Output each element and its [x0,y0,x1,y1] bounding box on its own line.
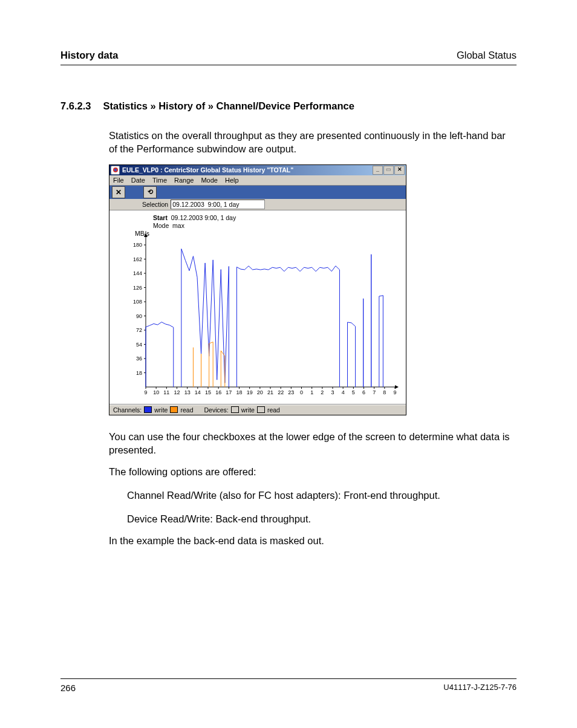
paragraph-checkboxes: You can use the four checkboxes at the l… [109,430,517,457]
chart-info: Start 09.12.2003 9:00, 1 day Mode max [153,214,400,230]
legend-devices-write-checkbox[interactable] [231,406,239,413]
section-heading: 7.6.2.3 Statistics » History of » Channe… [60,100,517,112]
toolbar-close-button[interactable]: ✕ [112,186,125,198]
selection-label: Selection [112,201,168,208]
svg-text:180: 180 [133,242,142,248]
svg-text:8: 8 [383,389,386,395]
svg-text:4: 4 [342,389,345,395]
window-minimize-button[interactable]: _ [373,166,383,175]
intro-paragraph: Statistics on the overall throughput as … [109,129,517,156]
legend-devices-label: Devices: [204,406,228,414]
mode-value: max [172,222,184,229]
app-window: EULE_VLP0 : CentricStor Global Status Hi… [109,164,406,415]
svg-text:12: 12 [174,389,180,395]
toolbar-refresh-button[interactable]: ⟲ [143,186,157,198]
legend-read-label-2: read [267,406,280,414]
svg-text:20: 20 [257,389,263,395]
svg-text:90: 90 [136,313,142,319]
performance-chart: 1836547290108126144162180910111213141516… [122,231,400,400]
paragraph-options-intro: The following options are offered: [109,465,517,478]
svg-text:14: 14 [195,389,201,395]
page-footer: 266 U41117-J-Z125-7-76 [60,678,517,693]
svg-text:10: 10 [153,389,159,395]
selection-input[interactable] [171,200,265,209]
svg-text:2: 2 [321,389,324,395]
svg-text:9: 9 [144,389,147,395]
svg-text:0: 0 [300,389,303,395]
svg-text:144: 144 [133,270,142,276]
legend-channels-write-checkbox[interactable] [144,406,152,413]
menu-bar: File Date Time Range Mode Help [109,175,406,186]
start-value: 09.12.2003 9:00, 1 day [171,214,236,221]
svg-text:7: 7 [373,389,376,395]
toolbar: ✕ ⟲ [109,186,406,199]
svg-text:23: 23 [288,389,294,395]
window-maximize-button: ▭ [383,166,394,175]
window-title: EULE_VLP0 : CentricStor Global Status Hi… [122,166,373,174]
legend-write-label-1: write [154,406,168,414]
header-left: History data [60,50,118,61]
svg-text:3: 3 [331,389,334,395]
svg-text:16: 16 [215,389,221,395]
svg-point-1 [114,169,117,171]
window-titlebar[interactable]: EULE_VLP0 : CentricStor Global Status Hi… [109,165,406,175]
section-number: 7.6.2.3 [60,100,91,112]
menu-time[interactable]: Time [152,177,167,184]
selection-row: Selection [109,199,406,210]
svg-text:13: 13 [184,389,191,395]
legend-channels-read-checkbox[interactable] [170,406,178,413]
svg-text:17: 17 [226,389,232,395]
svg-text:5: 5 [352,389,355,395]
svg-text:126: 126 [133,284,142,290]
svg-text:9: 9 [393,389,396,395]
svg-text:19: 19 [247,389,253,395]
svg-text:162: 162 [133,256,142,262]
svg-text:18: 18 [236,389,242,395]
svg-text:22: 22 [278,389,284,395]
app-icon [111,166,120,175]
menu-date[interactable]: Date [131,177,145,184]
running-header: History data Global Status [60,50,517,65]
window-close-button[interactable]: ✕ [394,166,405,175]
section-title: Statistics » History of » Channel/Device… [103,100,354,112]
legend-read-label-1: read [180,406,193,414]
svg-text:6: 6 [362,389,365,395]
paragraph-example: In the example the back-end data is mask… [109,534,517,547]
header-right: Global Status [457,50,517,61]
start-label: Start [153,214,168,221]
y-axis-label: MB/s [135,230,149,237]
svg-text:21: 21 [267,389,273,395]
menu-mode[interactable]: Mode [201,177,218,184]
menu-help[interactable]: Help [225,177,239,184]
mode-label: Mode [153,222,169,229]
doc-id: U41117-J-Z125-7-76 [443,683,517,693]
svg-text:54: 54 [136,341,142,347]
option-device: Device Read/Write: Back-end throughput. [127,512,517,525]
svg-text:1: 1 [310,389,313,395]
svg-text:15: 15 [205,389,211,395]
svg-text:11: 11 [163,389,169,395]
svg-text:72: 72 [136,327,142,333]
chart-area: Start 09.12.2003 9:00, 1 day Mode max MB… [109,210,406,405]
option-channel: Channel Read/Write (also for FC host ada… [127,489,517,502]
page-number: 266 [60,683,76,693]
menu-range[interactable]: Range [174,177,194,184]
legend-devices-read-checkbox[interactable] [257,406,265,413]
svg-text:108: 108 [133,299,142,305]
legend-bar: Channels: write read Devices: write read [109,405,406,415]
legend-channels-label: Channels: [113,406,142,414]
svg-text:18: 18 [136,369,142,375]
legend-write-label-2: write [241,406,255,414]
menu-file[interactable]: File [113,177,124,184]
svg-text:36: 36 [136,356,142,362]
